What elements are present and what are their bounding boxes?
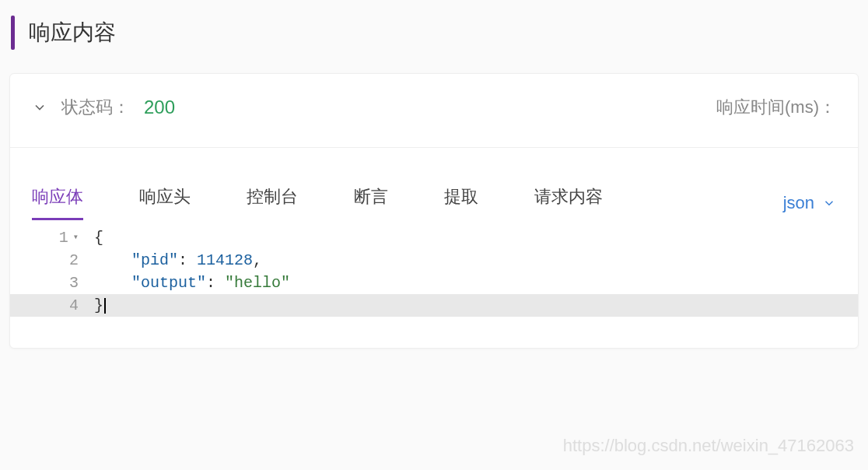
collapse-toggle[interactable]: [32, 100, 47, 115]
line-number: 1 ▾: [10, 226, 88, 249]
line-number: 3: [10, 272, 88, 294]
line-number: 4: [10, 294, 88, 317]
tab-response-body[interactable]: 响应体: [32, 185, 83, 220]
code-line[interactable]: 4}: [10, 294, 858, 317]
status-right: 响应时间(ms)：: [716, 96, 836, 119]
watermark: https://blog.csdn.net/weixin_47162063: [563, 436, 854, 456]
status-code-value: 200: [144, 96, 175, 118]
status-row: 状态码： 200 响应时间(ms)：: [10, 74, 858, 148]
tab-response-headers[interactable]: 响应头: [139, 185, 191, 220]
accent-bar: [11, 16, 15, 50]
chevron-down-icon: [822, 196, 836, 210]
tab-console[interactable]: 控制台: [247, 185, 298, 220]
response-card: 状态码： 200 响应时间(ms)： 响应体 响应头 控制台 断言 提取 请求内…: [9, 73, 859, 349]
format-selector[interactable]: json: [783, 193, 836, 213]
code-content: {: [88, 226, 103, 249]
status-left: 状态码： 200: [32, 96, 175, 119]
code-editor[interactable]: 1 ▾{2 "pid": 114128,3 "output": "hello"4…: [10, 226, 858, 348]
code-content: "output": "hello": [88, 272, 290, 294]
page-title: 响应内容: [29, 18, 116, 47]
fold-icon[interactable]: ▾: [73, 231, 79, 244]
line-number: 2: [10, 249, 88, 272]
tabs: 响应体 响应头 控制台 断言 提取 请求内容: [32, 185, 603, 220]
code-content: }: [88, 294, 106, 317]
code-line[interactable]: 1 ▾{: [10, 226, 858, 249]
status-code-label: 状态码：: [61, 96, 130, 119]
tab-request-content[interactable]: 请求内容: [534, 185, 603, 220]
code-content: "pid": 114128,: [88, 249, 262, 272]
header-section: 响应内容: [0, 0, 868, 73]
tab-extract[interactable]: 提取: [444, 185, 478, 220]
tab-assertion[interactable]: 断言: [354, 185, 388, 220]
tabs-row: 响应体 响应头 控制台 断言 提取 请求内容 json: [10, 148, 858, 220]
code-line[interactable]: 2 "pid": 114128,: [10, 249, 858, 272]
response-time-label: 响应时间(ms)：: [716, 97, 836, 117]
code-line[interactable]: 3 "output": "hello": [10, 272, 858, 294]
format-label: json: [783, 193, 814, 213]
